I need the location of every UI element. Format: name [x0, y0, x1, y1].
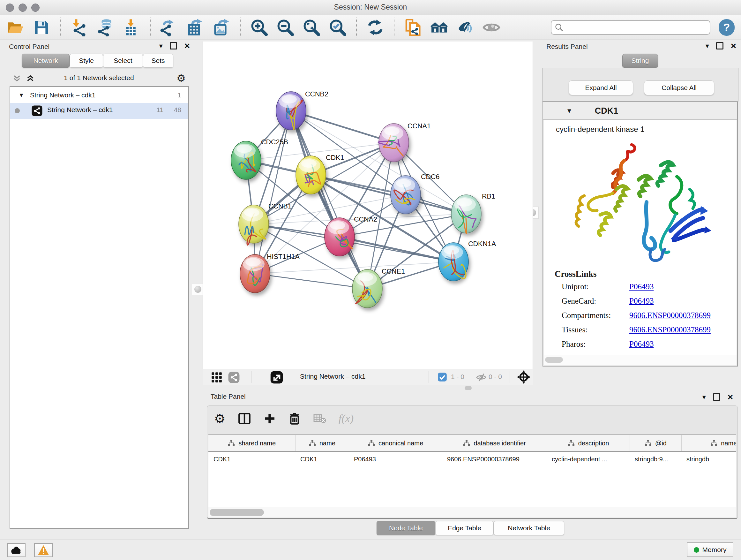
panel-close-icon[interactable]: ✕: [727, 394, 733, 401]
column-header-id[interactable]: @id: [630, 435, 681, 451]
network-canvas[interactable]: CCNB2CCNA1CDC25BCDK1CDC6RB1CCNB1CCNA2CDK…: [203, 42, 533, 369]
delete-column-icon[interactable]: [288, 412, 301, 425]
network-node-cdk1[interactable]: CDK1: [296, 154, 344, 194]
network-graph[interactable]: CCNB2CCNA1CDC25BCDK1CDC6RB1CCNB1CCNA2CDK…: [203, 42, 533, 369]
save-session-button[interactable]: [32, 18, 51, 37]
zoom-out-button[interactable]: [276, 18, 294, 37]
collapse-all-button[interactable]: Collapse All: [644, 80, 714, 95]
column-header-namespace[interactable]: namespace: [681, 435, 736, 451]
import-network-from-database-button[interactable]: [96, 18, 114, 37]
crosslink-row: GeneCard:P06493: [555, 297, 726, 306]
crosslink-link[interactable]: 9606.ENSP00000378699: [629, 311, 711, 320]
status-bar: Memory: [0, 540, 741, 560]
apply-layout-button[interactable]: [366, 18, 384, 37]
presentation-mode-button[interactable]: [482, 18, 500, 37]
zoom-in-button[interactable]: [250, 18, 268, 37]
tab-edge-table[interactable]: Edge Table: [435, 521, 494, 535]
panel-float-icon[interactable]: [713, 393, 720, 401]
memory-button[interactable]: Memory: [687, 543, 733, 557]
collection-expand-caret[interactable]: ▼: [18, 92, 24, 99]
houses-icon: [430, 18, 448, 37]
function-builder-icon[interactable]: f(x): [339, 413, 354, 425]
open-session-button[interactable]: [6, 18, 24, 37]
cloud-status-button[interactable]: [7, 543, 25, 557]
import-network-from-file-button[interactable]: [70, 18, 88, 37]
panel-menu-icon[interactable]: ▾: [159, 43, 163, 50]
network-node-hist1h1a[interactable]: HIST1H1A: [240, 253, 300, 293]
expand-all-button[interactable]: Expand All: [569, 80, 633, 95]
network-node-ccnb2[interactable]: CCNB2: [276, 90, 328, 130]
entry-collapse-caret[interactable]: ▼: [566, 107, 572, 115]
panel-close-icon[interactable]: ✕: [184, 43, 190, 50]
table-row[interactable]: CDK1CDK1P064939606.ENSP00000378699cyclin…: [208, 451, 736, 466]
open-in-window-icon[interactable]: [270, 370, 284, 384]
node-table[interactable]: shared namenamecanonical namedatabase id…: [208, 435, 736, 508]
export-image-button[interactable]: [212, 18, 230, 37]
results-horizontal-scrollbar[interactable]: [544, 355, 737, 365]
delete-table-icon[interactable]: [313, 413, 327, 424]
horizontal-splitter-handle[interactable]: [465, 386, 472, 390]
crosslink-link[interactable]: P06493: [629, 340, 654, 349]
panel-menu-icon[interactable]: ▾: [702, 394, 706, 401]
network-status-dot: [15, 108, 20, 113]
crosslink-row: Tissues:9606.ENSP00000378699: [555, 325, 726, 334]
panel-float-icon[interactable]: [170, 42, 177, 50]
crosslink-link[interactable]: P06493: [629, 282, 654, 291]
help-button[interactable]: ?: [719, 19, 735, 36]
tab-select[interactable]: Select: [103, 54, 143, 68]
show-columns-icon[interactable]: [238, 412, 251, 425]
search-input[interactable]: [551, 20, 711, 35]
column-header-description[interactable]: description: [547, 435, 630, 451]
result-entry-header[interactable]: ▼ CDK1: [543, 102, 737, 120]
panel-menu-icon[interactable]: ▾: [705, 43, 709, 50]
tab-network[interactable]: Network: [22, 54, 70, 68]
crosslink-label: Pharos:: [555, 340, 629, 349]
export-network-button[interactable]: [160, 18, 178, 37]
selected-checkbox-icon[interactable]: [437, 372, 447, 382]
network-node-cdc25b[interactable]: CDC25B: [231, 138, 288, 179]
network-grid-view-icon[interactable]: [211, 371, 223, 383]
network-options-gear-icon[interactable]: ⚙: [177, 72, 186, 84]
import-table-from-file-button[interactable]: [123, 18, 140, 37]
string-home-button[interactable]: [430, 18, 448, 37]
crosslink-link[interactable]: 9606.ENSP00000378699: [629, 325, 711, 334]
tab-string[interactable]: String: [622, 54, 658, 68]
export-table-button[interactable]: [186, 18, 204, 37]
table-panel-title: Table Panel: [211, 393, 246, 400]
column-header-shared-name[interactable]: shared name: [208, 435, 295, 451]
fit-content-crosshair-icon[interactable]: [517, 370, 531, 384]
network-collection-row[interactable]: ▼ String Network – cdk1 1: [10, 89, 188, 103]
toolbar-separator: [356, 17, 357, 37]
import-network-icon: [70, 18, 88, 37]
tab-network-table[interactable]: Network Table: [494, 521, 564, 535]
network-node-rb1[interactable]: RB1: [451, 192, 495, 234]
tab-style[interactable]: Style: [70, 54, 103, 68]
add-column-icon[interactable]: [263, 412, 276, 425]
string-protein-query-button[interactable]: [404, 18, 422, 37]
left-splitter-handle[interactable]: [192, 283, 204, 295]
network-node-ccna1[interactable]: CCNA1: [378, 122, 431, 162]
crosslinks-title: CrossLinks: [555, 269, 726, 279]
column-header-database-identifier[interactable]: database identifier: [442, 435, 547, 451]
network-row-selected[interactable]: String Network – cdk1 11 48: [10, 103, 188, 119]
zoom-selected-button[interactable]: [329, 18, 347, 37]
column-header-canonical-name[interactable]: canonical name: [349, 435, 442, 451]
network-birdseye-icon[interactable]: [228, 371, 240, 383]
table-options-gear-icon[interactable]: ⚙: [214, 412, 226, 425]
string-enhance-button[interactable]: [456, 18, 474, 37]
network-node-cdkn1a[interactable]: CDKN1A: [439, 240, 496, 281]
tab-sets[interactable]: Sets: [143, 54, 173, 68]
zoom-fit-button[interactable]: [302, 18, 320, 37]
panel-close-icon[interactable]: ✕: [731, 43, 737, 50]
hidden-eye-icon[interactable]: [476, 372, 487, 383]
table-horizontal-scrollbar[interactable]: [208, 507, 736, 517]
network-node-cdc6[interactable]: CDC6: [391, 173, 440, 214]
column-type-icon: [567, 440, 575, 447]
toolbar-separator: [240, 17, 241, 37]
network-node-ccne1[interactable]: CCNE1: [352, 267, 405, 308]
crosslink-link[interactable]: P06493: [629, 297, 654, 306]
tab-node-table[interactable]: Node Table: [377, 521, 435, 535]
warnings-button[interactable]: [34, 543, 53, 557]
column-header-name[interactable]: name: [295, 435, 349, 451]
panel-float-icon[interactable]: [716, 42, 724, 50]
